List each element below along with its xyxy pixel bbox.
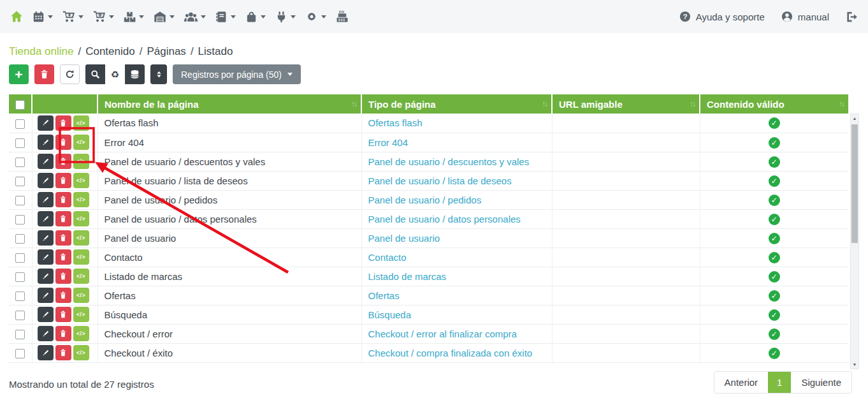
delete-button[interactable] (55, 173, 71, 188)
edit-button[interactable] (38, 288, 54, 303)
code-button[interactable]: </> (73, 307, 89, 322)
code-button[interactable]: </> (73, 192, 89, 207)
nav-users[interactable] (184, 10, 206, 24)
user-menu[interactable]: manual (781, 11, 829, 22)
edit-button[interactable] (38, 269, 54, 284)
edit-button[interactable] (38, 173, 54, 188)
nav-calendar[interactable] (33, 11, 53, 23)
current-page-button[interactable]: 1 (768, 372, 791, 393)
edit-button[interactable] (38, 307, 54, 322)
nav-pos[interactable] (336, 10, 349, 23)
code-button[interactable]: </> (73, 345, 89, 360)
edit-button[interactable] (38, 115, 54, 131)
header-nombre[interactable]: Nombre de la página↑↓ (98, 94, 361, 114)
delete-button[interactable] (55, 115, 71, 131)
add-button[interactable]: + (9, 64, 29, 84)
row-checkbox[interactable] (15, 119, 25, 129)
delete-button[interactable] (55, 154, 71, 169)
code-button[interactable]: </> (73, 115, 89, 131)
page-type-link[interactable]: Listado de marcas (368, 271, 447, 282)
page-type-link[interactable]: Checkout / error al finalizar compra (368, 328, 517, 339)
row-checkbox[interactable] (15, 253, 25, 263)
page-type-link[interactable]: Contacto (368, 252, 407, 263)
refresh-button[interactable] (60, 64, 80, 84)
search-button[interactable] (85, 64, 105, 84)
row-checkbox[interactable] (15, 196, 25, 205)
help-link[interactable]: ? Ayuda y soporte (679, 11, 765, 22)
delete-button[interactable] (55, 269, 71, 284)
nav-settings[interactable] (305, 10, 326, 23)
row-checkbox[interactable] (15, 158, 25, 167)
page-type-link[interactable]: Panel de usuario (368, 233, 440, 244)
page-type-link[interactable]: Panel de usuario / lista de deseos (368, 175, 512, 186)
delete-button[interactable] (55, 307, 71, 322)
row-checkbox[interactable] (15, 311, 25, 320)
row-checkbox[interactable] (15, 138, 25, 148)
header-tipo[interactable]: Tipo de página↑↓ (361, 94, 552, 114)
edit-button[interactable] (38, 230, 54, 246)
row-checkbox[interactable] (15, 291, 25, 301)
row-checkbox[interactable] (15, 349, 25, 358)
code-button[interactable]: </> (73, 154, 89, 169)
code-button[interactable]: </> (73, 230, 89, 246)
page-type-link[interactable]: Panel de usuario / pedidos (368, 195, 482, 205)
breadcrumb-tienda-online[interactable]: Tienda online (9, 45, 73, 57)
page-type-link[interactable]: Ofertas flash (368, 117, 423, 128)
code-button[interactable]: </> (73, 326, 89, 341)
nav-cart-arrow-down[interactable] (62, 10, 83, 23)
row-checkbox[interactable] (15, 234, 25, 244)
page-type-link[interactable]: Búsqueda (368, 309, 412, 320)
code-button[interactable]: </> (73, 135, 89, 150)
logout-button[interactable] (846, 11, 858, 23)
page-type-link[interactable]: Panel de usuario / datos personales (368, 214, 521, 225)
delete-button[interactable] (55, 326, 71, 341)
database-button[interactable] (125, 64, 145, 84)
records-per-page-dropdown[interactable]: Registros por página (50) (173, 64, 301, 84)
recycle-button[interactable]: ♻ (105, 64, 125, 84)
row-checkbox[interactable] (15, 215, 25, 225)
breadcrumb-contenido[interactable]: Contenido (85, 45, 135, 57)
scroll-up-arrow-icon[interactable]: ▲ (851, 116, 858, 121)
page-type-link[interactable]: Checkout / compra finalizada con éxito (368, 348, 533, 358)
nav-cart-plus[interactable] (93, 10, 114, 23)
header-contenido[interactable]: Contenido válido↑↓ (700, 94, 848, 114)
row-checkbox[interactable] (15, 330, 25, 339)
nav-modules[interactable] (275, 11, 296, 23)
delete-button[interactable] (55, 135, 71, 150)
edit-button[interactable] (38, 249, 54, 265)
delete-button[interactable] (55, 288, 71, 303)
nav-products[interactable] (124, 11, 144, 23)
row-checkbox[interactable] (15, 272, 25, 282)
page-type-link[interactable]: Error 404 (368, 137, 409, 148)
code-button[interactable]: </> (73, 288, 89, 303)
breadcrumb-paginas[interactable]: Páginas (147, 45, 185, 57)
previous-page-button[interactable]: Anterior (714, 372, 769, 393)
nav-shop[interactable] (245, 11, 266, 23)
delete-selected-button[interactable] (34, 64, 54, 84)
nav-home[interactable] (10, 10, 23, 23)
select-all-checkbox[interactable] (15, 100, 25, 110)
edit-button[interactable] (38, 192, 54, 207)
scrollbar-thumb[interactable] (851, 124, 858, 243)
edit-button[interactable] (38, 154, 54, 169)
delete-button[interactable] (55, 230, 71, 246)
code-button[interactable]: </> (73, 173, 89, 188)
nav-warehouse[interactable] (154, 10, 175, 23)
edit-button[interactable] (38, 135, 54, 150)
table-scrollbar[interactable]: ▲ ▼ (850, 114, 859, 369)
scroll-down-arrow-icon[interactable]: ▼ (851, 362, 858, 367)
next-page-button[interactable]: Siguiente (791, 372, 851, 393)
edit-button[interactable] (38, 345, 54, 360)
row-checkbox[interactable] (15, 177, 25, 186)
header-url[interactable]: URL amigable↑↓ (552, 94, 700, 114)
code-button[interactable]: </> (73, 269, 89, 284)
delete-button[interactable] (55, 249, 71, 265)
page-type-link[interactable]: Panel de usuario / descuentos y vales (368, 156, 530, 167)
delete-button[interactable] (55, 345, 71, 360)
nav-content[interactable] (215, 11, 236, 23)
sort-button[interactable] (150, 64, 167, 84)
code-button[interactable]: </> (73, 249, 89, 265)
page-type-link[interactable]: Ofertas (368, 290, 400, 301)
edit-button[interactable] (38, 326, 54, 341)
edit-button[interactable] (38, 211, 54, 226)
